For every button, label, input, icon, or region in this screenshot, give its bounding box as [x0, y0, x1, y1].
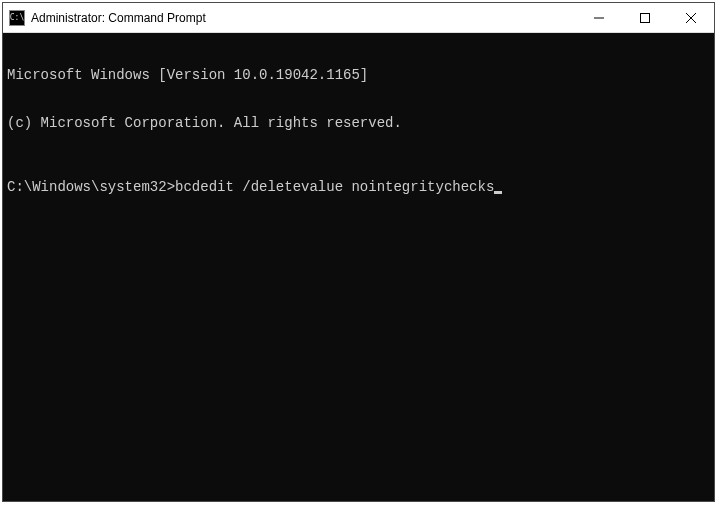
copyright-line: (c) Microsoft Corporation. All rights re…	[7, 115, 710, 131]
prompt-line: C:\Windows\system32>bcdedit /deletevalue…	[7, 179, 710, 195]
version-line: Microsoft Windows [Version 10.0.19042.11…	[7, 67, 710, 83]
prompt-path: C:\Windows\system32>	[7, 179, 175, 195]
minimize-button[interactable]	[576, 3, 622, 32]
close-button[interactable]	[668, 3, 714, 32]
cursor	[494, 191, 502, 194]
cmd-icon: C:\	[9, 10, 25, 26]
maximize-icon	[640, 13, 650, 23]
svg-rect-1	[641, 13, 650, 22]
window-title: Administrator: Command Prompt	[31, 11, 576, 25]
minimize-icon	[594, 13, 604, 23]
typed-command: bcdedit /deletevalue nointegritychecks	[175, 179, 494, 195]
window-controls	[576, 3, 714, 32]
titlebar[interactable]: C:\ Administrator: Command Prompt	[3, 3, 714, 33]
maximize-button[interactable]	[622, 3, 668, 32]
close-icon	[686, 13, 696, 23]
command-prompt-window: C:\ Administrator: Command Prompt Micros…	[2, 2, 715, 502]
terminal-area[interactable]: Microsoft Windows [Version 10.0.19042.11…	[3, 33, 714, 501]
